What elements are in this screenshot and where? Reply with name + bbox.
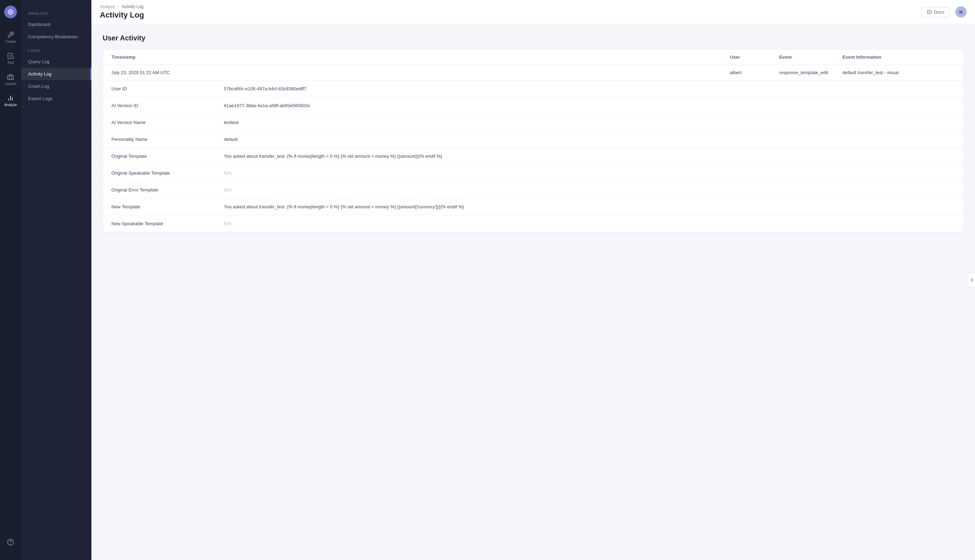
log-timestamp: July 23, 2020 01:22 AM UTC [112,70,730,75]
detail-label-personality-name: Personality Name [112,137,224,142]
log-user: albert [730,70,779,75]
activity-table: Timestamp User Event Event Information J… [103,49,964,232]
detail-label-ai-version-id: AI Version ID [112,103,224,108]
docs-icon [927,10,932,14]
breadcrumb-root[interactable]: Analyze [100,4,115,9]
header: Analyze › Activity Log Activity Log Docs… [92,0,975,24]
detail-value-new-template: You asked about transfer_test. {% if mon… [224,204,955,209]
detail-row-ai-version-id: AI Version ID 61ae1977-3bba-4a1a-a58f-ab… [103,97,963,114]
detail-row-original-template: Original Template You asked about transf… [103,148,963,165]
content-area: User Activity Timestamp User Event Event… [92,24,975,560]
nav-item-activity-log[interactable]: Activity Log [21,68,92,80]
user-avatar[interactable]: N [955,6,967,18]
wrench-icon [7,31,14,38]
table-header-row: Timestamp User Event Event Information [103,50,963,65]
header-left: Analyze › Activity Log Activity Log [100,4,144,20]
create-label: Create [5,40,16,43]
log-entry-row[interactable]: July 23, 2020 01:22 AM UTC albert respon… [103,65,963,80]
nav-item-crash-log[interactable]: Crash Log [21,80,92,92]
detail-value-ai-version-id: 61ae1977-3bba-4a1a-a58f-ab65e585002e [224,103,955,108]
app-logo[interactable] [4,6,17,18]
test-icon [7,52,14,60]
detail-value-original-speakable: N/A [224,170,955,176]
icon-sidebar: Create Test Launch Analyze [0,0,21,560]
help-icon [7,538,14,546]
col-timestamp: Timestamp [112,55,730,60]
detail-row-user-id: User ID 57bca66c-e106-497a-b4cf-63c8380e… [103,80,963,97]
nav-item-competency-breakdown[interactable]: Competency Breakdown [21,30,92,43]
collapse-sidebar-button[interactable] [968,273,975,287]
detail-value-original-template: You asked about transfer_test. {% if mon… [224,153,955,159]
detail-value-original-error: N/A [224,187,955,193]
docs-label: Docs [934,10,945,15]
nav-item-export-logs[interactable]: Export Logs [21,92,92,105]
svg-rect-6 [8,75,14,80]
nav-item-query-log[interactable]: Query Log [21,55,92,68]
breadcrumb-current: Activity Log [122,4,144,9]
detail-row-original-speakable: Original Speakable Template N/A [103,165,963,182]
test-label: Test [7,61,14,65]
docs-button[interactable]: Docs [922,7,950,17]
section-title: User Activity [103,34,964,42]
detail-value-ai-version-name: testtest [224,120,955,125]
detail-label-original-error: Original Error Template [112,187,224,193]
breadcrumb-separator: › [118,4,119,9]
nav-item-dashboard[interactable]: Dashboard [21,18,92,30]
section-analyze-label: ANALYZE [21,6,92,18]
chevron-right-icon [970,278,973,282]
detail-row-personality-name: Personality Name default [103,131,963,148]
detail-label-new-speakable: New Speakable Template [112,221,224,226]
analyze-label: Analyze [4,103,17,107]
nav-create[interactable]: Create [0,28,21,47]
detail-row-ai-version-name: AI Version Name testtest [103,114,963,131]
launch-icon [7,73,14,81]
log-event-info: default transfer_test - visual [843,70,955,75]
detail-label-new-template: New Template [112,204,224,209]
detail-value-user-id: 57bca66c-e106-497a-b4cf-63c8380edff7 [224,86,955,91]
detail-value-new-speakable: N/A [224,221,955,226]
nav-analyze[interactable]: Analyze [0,91,21,110]
log-event: response_template_edit [779,70,843,75]
header-right: Docs N [922,6,967,18]
section-logs-label: LOGS [21,43,92,55]
page-title: Activity Log [100,10,144,20]
breadcrumb: Analyze › Activity Log [100,4,144,9]
svg-point-1 [10,11,12,13]
col-event-info: Event Information [843,55,955,60]
detail-row-new-speakable: New Speakable Template N/A [103,215,963,232]
launch-label: Launch [5,82,17,86]
left-nav: ANALYZE Dashboard Competency Breakdown L… [21,0,92,560]
analyze-icon [7,94,14,102]
detail-label-original-template: Original Template [112,153,224,159]
nav-launch[interactable]: Launch [0,70,21,88]
detail-value-personality-name: default [224,137,955,142]
nav-test[interactable]: Test [0,49,21,67]
detail-label-ai-version-name: AI Version Name [112,120,224,125]
col-user: User [730,55,779,60]
detail-label-original-speakable: Original Speakable Template [112,170,224,176]
col-event: Event [779,55,843,60]
detail-row-original-error: Original Error Template N/A [103,182,963,198]
main-area: Analyze › Activity Log Activity Log Docs… [92,0,975,560]
nav-help[interactable] [5,535,16,549]
svg-point-0 [8,10,13,14]
detail-row-new-template: New Template You asked about transfer_te… [103,198,963,215]
detail-label-user-id: User ID [112,86,224,91]
